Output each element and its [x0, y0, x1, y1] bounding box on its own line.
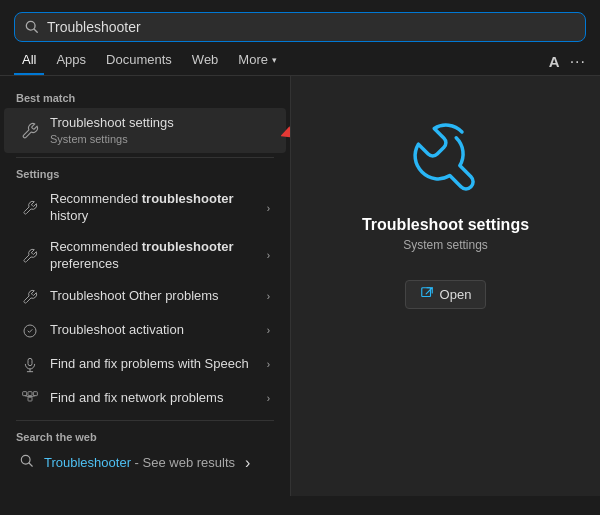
- network-icon: [20, 389, 40, 409]
- search-input[interactable]: [47, 19, 575, 35]
- svg-line-15: [29, 463, 32, 466]
- right-panel-title: Troubleshoot settings: [362, 216, 529, 234]
- svg-rect-10: [28, 397, 32, 401]
- web-search-icon: [20, 454, 34, 472]
- best-match-text: Troubleshoot settings System settings: [50, 115, 270, 146]
- chevron-icon-3: ›: [267, 291, 270, 302]
- svg-line-17: [426, 288, 432, 294]
- settings-icon-1: [20, 198, 40, 218]
- svg-rect-8: [28, 391, 32, 395]
- settings-item-text-4: Troubleshoot activation: [50, 322, 257, 339]
- tab-all[interactable]: All: [14, 48, 44, 75]
- svg-rect-9: [33, 391, 37, 395]
- right-panel-subtitle: System settings: [403, 238, 488, 252]
- svg-line-1: [34, 29, 37, 32]
- large-wrench-icon: [406, 116, 486, 196]
- settings-icon-4: [20, 321, 40, 341]
- settings-item-text-2: Recommended troubleshooter preferences: [50, 239, 257, 273]
- best-match-label: Best match: [0, 86, 290, 108]
- tabs-bar: All Apps Documents Web More ▾ A ···: [0, 42, 600, 76]
- tab-documents[interactable]: Documents: [98, 48, 180, 75]
- right-panel: Troubleshoot settings System settings Op…: [290, 76, 600, 496]
- web-search-suffix: - See web results: [131, 455, 235, 470]
- chevron-web: ›: [245, 454, 250, 472]
- tab-more[interactable]: More ▾: [230, 48, 285, 75]
- chevron-icon-4: ›: [267, 325, 270, 336]
- chevron-down-icon: ▾: [272, 55, 277, 65]
- settings-item-activation[interactable]: Troubleshoot activation ›: [4, 314, 286, 348]
- search-bar[interactable]: [14, 12, 586, 42]
- best-match-item[interactable]: Troubleshoot settings System settings: [4, 108, 286, 153]
- open-label: Open: [440, 287, 472, 302]
- svg-rect-7: [23, 391, 27, 395]
- settings-item-speech[interactable]: Find and fix problems with Speech ›: [4, 348, 286, 382]
- chevron-icon-1: ›: [267, 203, 270, 214]
- web-search-item[interactable]: Troubleshooter - See web results ›: [4, 447, 286, 479]
- settings-item-text-3: Troubleshoot Other problems: [50, 288, 257, 305]
- settings-label: Settings: [0, 162, 290, 184]
- divider: [16, 157, 274, 158]
- web-search-text: Troubleshooter - See web results: [44, 455, 235, 470]
- red-arrow: [281, 116, 290, 146]
- tab-apps[interactable]: Apps: [48, 48, 94, 75]
- more-options-icon[interactable]: ···: [570, 53, 586, 71]
- wrench-icon: [20, 121, 40, 141]
- left-panel: Best match Troubleshoot settings System …: [0, 76, 290, 496]
- best-match-subtitle: System settings: [50, 132, 270, 146]
- header-right: A ···: [549, 53, 586, 71]
- settings-item-text-1: Recommended troubleshooter history: [50, 191, 257, 225]
- open-icon: [420, 286, 434, 303]
- svg-rect-4: [28, 358, 32, 365]
- best-match-title: Troubleshoot settings: [50, 115, 270, 132]
- open-button[interactable]: Open: [405, 280, 487, 309]
- search-web-label: Search the web: [0, 425, 290, 447]
- settings-item-other[interactable]: Troubleshoot Other problems ›: [4, 280, 286, 314]
- main-layout: Best match Troubleshoot settings System …: [0, 76, 600, 496]
- settings-icon-2: [20, 246, 40, 266]
- svg-rect-16: [421, 288, 430, 297]
- settings-item-text-6: Find and fix network problems: [50, 390, 257, 407]
- search-icon: [25, 20, 39, 34]
- web-search-query: Troubleshooter: [44, 455, 131, 470]
- settings-item-rec-history[interactable]: Recommended troubleshooter history ›: [4, 184, 286, 232]
- tab-web[interactable]: Web: [184, 48, 227, 75]
- chevron-icon-2: ›: [267, 250, 270, 261]
- chevron-icon-6: ›: [267, 393, 270, 404]
- settings-item-rec-prefs[interactable]: Recommended troubleshooter preferences ›: [4, 232, 286, 280]
- settings-item-network[interactable]: Find and fix network problems ›: [4, 382, 286, 416]
- settings-item-text-5: Find and fix problems with Speech: [50, 356, 257, 373]
- mic-icon: [20, 355, 40, 375]
- right-panel-icon-area: [406, 116, 486, 200]
- font-label: A: [549, 53, 560, 70]
- settings-icon-3: [20, 287, 40, 307]
- chevron-icon-5: ›: [267, 359, 270, 370]
- divider-2: [16, 420, 274, 421]
